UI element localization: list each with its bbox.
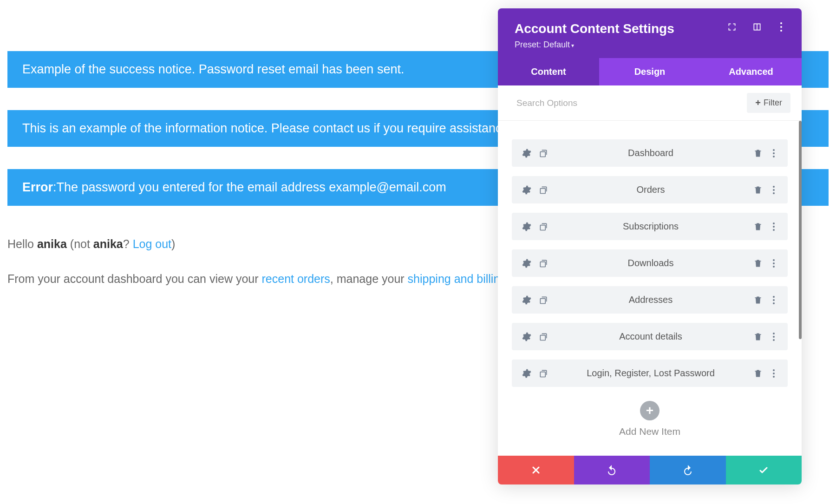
item-label: Subscriptions [548,221,753,232]
content-item[interactable]: Login, Register, Lost Password [512,360,788,387]
redo-button[interactable] [650,456,726,484]
item-label: Addresses [548,295,753,305]
close-icon [530,465,542,476]
error-text: :The password you entered for the email … [53,180,446,194]
search-input[interactable] [516,98,747,108]
panel-header: Account Content Settings Preset: Default [498,8,802,58]
undo-button[interactable] [574,456,650,484]
more-icon[interactable] [777,21,785,33]
trash-icon[interactable] [753,185,763,195]
items-list: Dashboard Orders Subscriptions [498,121,802,456]
copy-icon[interactable] [539,222,548,231]
tab-content[interactable]: Content [498,58,599,85]
tabs: Content Design Advanced [498,58,802,85]
trash-icon[interactable] [753,149,763,158]
add-new-section: + Add New Item [512,396,788,446]
content-item[interactable]: Addresses [512,286,788,314]
content-item[interactable]: Dashboard [512,139,788,167]
search-row: Filter [498,85,802,121]
gear-icon[interactable] [522,332,531,341]
tab-design[interactable]: Design [599,58,700,85]
copy-icon[interactable] [539,332,548,341]
gear-icon[interactable] [522,259,531,268]
item-more-icon[interactable] [770,368,777,379]
gear-icon[interactable] [522,149,531,158]
close-paren: ) [171,237,175,250]
item-label: Orders [548,184,753,195]
filter-button[interactable]: Filter [747,93,790,113]
item-label: Downloads [548,258,753,268]
add-button[interactable]: + [640,401,660,420]
undo-icon [606,465,617,476]
item-label: Account details [548,331,753,342]
gear-icon[interactable] [522,369,531,378]
content-item[interactable]: Downloads [512,249,788,277]
content-item[interactable]: Orders [512,176,788,203]
error-prefix: Error [22,180,53,194]
settings-panel: Account Content Settings Preset: Default… [498,8,802,484]
item-more-icon[interactable] [770,148,777,158]
not-user: anika [93,237,123,250]
expand-icon[interactable] [727,22,737,32]
columns-icon[interactable] [752,22,762,32]
item-label: Dashboard [548,148,753,158]
check-icon [758,465,769,476]
add-label: Add New Item [512,426,788,437]
item-more-icon[interactable] [770,185,777,195]
item-more-icon[interactable] [770,222,777,232]
trash-icon[interactable] [753,369,763,378]
save-button[interactable] [726,456,802,484]
dash-text-1: From your account dashboard you can view… [7,272,262,285]
trash-icon[interactable] [753,295,763,305]
username: anika [37,237,67,250]
copy-icon[interactable] [539,369,548,378]
tab-advanced[interactable]: Advanced [700,58,802,85]
copy-icon[interactable] [539,259,548,268]
item-more-icon[interactable] [770,332,777,342]
content-item[interactable]: Account details [512,323,788,350]
panel-footer [498,456,802,484]
item-more-icon[interactable] [770,258,777,268]
content-item[interactable]: Subscriptions [512,213,788,240]
item-more-icon[interactable] [770,295,777,305]
question-mark: ? [123,237,133,250]
gear-icon[interactable] [522,222,531,231]
recent-orders-link[interactable]: recent orders [262,272,330,285]
gear-icon[interactable] [522,185,531,195]
preset-dropdown[interactable]: Preset: Default [515,40,785,50]
redo-icon [682,465,693,476]
trash-icon[interactable] [753,259,763,268]
copy-icon[interactable] [539,149,548,158]
gear-icon[interactable] [522,295,531,305]
filter-label: Filter [764,98,782,108]
dash-text-2: , manage your [330,272,408,285]
trash-icon[interactable] [753,332,763,341]
logout-link[interactable]: Log out [133,237,171,250]
not-prefix: (not [67,237,93,250]
item-label: Login, Register, Lost Password [548,368,753,379]
hello-text: Hello [7,237,37,250]
copy-icon[interactable] [539,295,548,305]
copy-icon[interactable] [539,185,548,195]
close-button[interactable] [498,456,574,484]
trash-icon[interactable] [753,222,763,231]
